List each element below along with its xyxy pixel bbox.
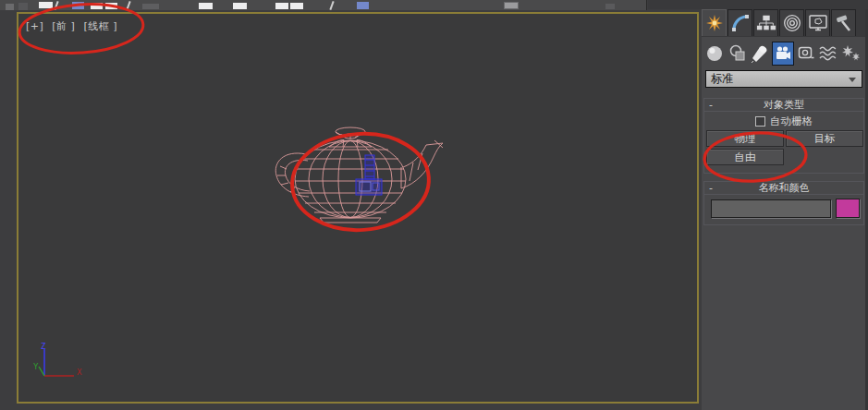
target-camera-button[interactable]: 目标: [786, 130, 863, 147]
camera-type-dropdown-value: 标准: [711, 72, 733, 85]
autogrid-label: 自动栅格: [770, 115, 813, 128]
tab-modify[interactable]: [727, 9, 752, 36]
object-name-input[interactable]: [711, 199, 831, 218]
main-toolbar[interactable]: [0, 0, 647, 10]
category-helpers[interactable]: [795, 42, 817, 66]
toolbar-icon-fragment: [72, 2, 84, 9]
viewport-shading-menu[interactable]: [线框 ]: [83, 20, 117, 32]
name-and-color-rollout: - 名称和颜色: [703, 181, 864, 225]
tab-hierarchy[interactable]: [753, 9, 778, 36]
display-monitor-icon: [808, 14, 828, 32]
modify-curve-icon: [731, 14, 750, 32]
toolbar-icon-fragment: [6, 4, 14, 10]
utilities-hammer-icon: [835, 14, 853, 32]
motion-circles-icon: [783, 14, 801, 32]
tab-display[interactable]: [805, 9, 830, 36]
create-category-row: [703, 41, 863, 66]
name-and-color-rollout-title: 名称和颜色: [759, 182, 810, 194]
toolbar-icon-fragment: [18, 3, 28, 10]
object-type-rollout: - 对象类型 自动栅格 物理 目标 自由: [703, 98, 864, 174]
viewport-general-menu[interactable]: [+]: [26, 20, 43, 32]
command-panel-tabs: [702, 9, 865, 37]
viewport-label-row: [+] [前 ] [线框 ]: [26, 19, 122, 33]
command-panel: 标准 - 对象类型 自动栅格 物理 目标 自由 - 名称和颜色: [702, 9, 865, 410]
free-camera-button[interactable]: 自由: [706, 149, 784, 165]
tab-utilities[interactable]: [831, 9, 856, 36]
toolbar-icon-fragment: [275, 3, 288, 9]
toolbar-icon-fragment: [142, 4, 159, 9]
category-cameras[interactable]: [772, 42, 794, 66]
create-star-icon: [705, 14, 724, 32]
cameras-icon: [774, 44, 792, 63]
category-geometry[interactable]: [703, 42, 726, 66]
toolbar-icon-fragment: [54, 1, 58, 10]
toolbar-icon-fragment: [91, 3, 103, 9]
autogrid-checkbox[interactable]: [755, 116, 765, 127]
name-and-color-rollout-header[interactable]: - 名称和颜色: [704, 182, 863, 195]
autogrid-row: 自动栅格: [704, 115, 863, 128]
toolbar-icon-fragment: [105, 3, 117, 9]
physical-camera-button[interactable]: 物理: [706, 130, 784, 147]
viewport-front[interactable]: [+] [前 ] [线框 ]: [17, 12, 699, 404]
toolbar-icon-fragment: [199, 3, 213, 9]
viewport-pov-menu[interactable]: [前 ]: [52, 20, 75, 32]
chevron-down-icon: [849, 78, 856, 82]
hierarchy-tree-icon: [756, 14, 776, 32]
toolbar-icon-fragment: [290, 3, 303, 9]
shapes-icon: [728, 44, 747, 63]
collapse-minus-icon: -: [709, 99, 713, 111]
helpers-tape-icon: [797, 44, 815, 63]
category-spacewarps[interactable]: [818, 42, 840, 66]
camera-type-dropdown[interactable]: 标准: [705, 70, 862, 88]
toolbar-icon-fragment: [126, 1, 130, 10]
tab-create[interactable]: [702, 9, 727, 36]
object-type-rollout-header[interactable]: - 对象类型: [704, 99, 863, 112]
object-type-rollout-title: 对象类型: [764, 99, 804, 111]
toolbar-icon-fragment: [357, 2, 369, 9]
window-chrome-strip: [648, 0, 868, 9]
lights-spotlight-icon: [750, 44, 770, 63]
category-systems[interactable]: [840, 42, 862, 66]
toolbar-icon-fragment: [605, 4, 615, 9]
spacewarps-waves-icon: [818, 44, 838, 63]
tab-motion[interactable]: [779, 9, 804, 36]
object-color-swatch[interactable]: [836, 199, 860, 218]
toolbar-icon-fragment: [329, 1, 334, 10]
toolbar-icon-fragment: [39, 2, 53, 8]
geometry-sphere-icon: [705, 44, 724, 63]
category-shapes[interactable]: [727, 42, 749, 66]
collapse-minus-icon: -: [709, 182, 713, 194]
toolbar-icon-fragment: [504, 2, 519, 9]
systems-icon: [841, 44, 862, 63]
category-lights[interactable]: [749, 42, 771, 66]
toolbar-icon-fragment: [233, 3, 247, 9]
